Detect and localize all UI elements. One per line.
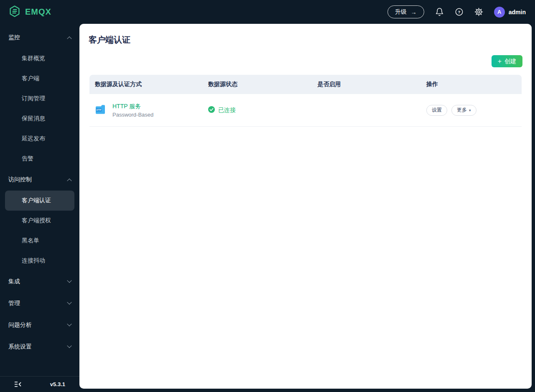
help-icon[interactable]: ?: [455, 8, 464, 16]
username-label: admin: [509, 9, 526, 15]
sidebar-section-monitoring[interactable]: 监控: [0, 27, 79, 48]
status-cell: 已连接: [203, 106, 312, 114]
nav-item-label: 客户端认证: [22, 197, 51, 204]
nav-item-label: 黑名单: [22, 237, 39, 244]
sidebar-section-integration[interactable]: 集成: [0, 271, 79, 293]
sidebar-item-subscriptions[interactable]: 订阅管理: [0, 89, 79, 109]
main-panel: 客户端认证 + 创建 数据源及认证方式 数据源状态 是否启用 操作 HTTP: [79, 24, 532, 389]
chevron-up-icon: [67, 178, 71, 183]
settings-gear-icon[interactable]: [474, 8, 483, 16]
nav-item-label: 客户端授权: [22, 217, 51, 224]
section-label: 集成: [8, 278, 20, 285]
sidebar-section-management[interactable]: 管理: [0, 293, 79, 314]
more-button-label: 更多: [457, 107, 467, 114]
chevron-down-icon: [67, 300, 71, 305]
caret-down-icon: ▾: [469, 108, 471, 112]
toggle-knob: [310, 111, 317, 118]
column-header-actions: 操作: [421, 75, 522, 94]
column-header-datasource: 数据源及认证方式: [89, 75, 203, 94]
nav-item-label: 保留消息: [22, 115, 45, 122]
section-label: 问题分析: [8, 321, 32, 329]
section-label: 监控: [8, 34, 20, 41]
nav-item-label: 客户端: [22, 75, 39, 82]
sidebar-item-clients[interactable]: 客户端: [0, 69, 79, 89]
plus-icon: +: [498, 58, 502, 65]
section-label: 管理: [8, 300, 20, 307]
sidebar-item-retained-messages[interactable]: 保留消息: [0, 109, 79, 129]
settings-button[interactable]: 设置: [426, 105, 447, 116]
sidebar-item-blacklist[interactable]: 黑名单: [0, 231, 79, 251]
sidebar-section-system-settings[interactable]: 系统设置: [0, 336, 79, 358]
sidebar-section-diagnose[interactable]: 问题分析: [0, 314, 79, 336]
svg-text:?: ?: [458, 10, 460, 14]
sidebar-item-cluster-overview[interactable]: 集群概览: [0, 48, 79, 69]
page-title: 客户端认证: [89, 34, 522, 46]
brand-name: EMQX: [25, 7, 51, 17]
column-header-enabled: 是否启用: [312, 75, 421, 94]
table-header-row: 数据源及认证方式 数据源状态 是否启用 操作: [89, 75, 522, 94]
authentication-table: 数据源及认证方式 数据源状态 是否启用 操作 HTTP HTTP 服务 Pass…: [89, 75, 522, 127]
datasource-cell: HTTP HTTP 服务 Password-Based: [89, 103, 203, 118]
nav-item-label: 延迟发布: [22, 135, 45, 143]
more-button[interactable]: 更多 ▾: [451, 105, 476, 116]
http-datasource-icon: HTTP: [95, 104, 107, 117]
svg-text:HTTP: HTTP: [96, 109, 101, 111]
column-header-status: 数据源状态: [203, 75, 312, 94]
user-menu[interactable]: A admin: [494, 7, 526, 18]
nav-item-label: 告警: [22, 155, 33, 163]
avatar: A: [494, 7, 505, 18]
notifications-bell-icon[interactable]: [435, 8, 444, 16]
nav-item-label: 订阅管理: [22, 95, 45, 102]
sidebar: EMQX 监控 集群概览 客户端 订阅管理 保留消息 延迟发布 告警 访问控制 …: [0, 0, 79, 392]
fold-sidebar-icon[interactable]: [14, 381, 21, 387]
toolbar: + 创建: [89, 55, 522, 67]
datasource-mechanism: Password-Based: [112, 112, 153, 118]
brand-logo[interactable]: EMQX: [0, 0, 79, 24]
version-label: v5.3.1: [50, 381, 65, 387]
chevron-down-icon: [67, 278, 71, 283]
status-label: 已连接: [218, 107, 236, 114]
chevron-down-icon: [67, 322, 71, 326]
emqx-logo-icon: [8, 5, 21, 19]
sidebar-item-client-authentication[interactable]: 客户端认证: [5, 191, 74, 211]
create-button[interactable]: + 创建: [492, 55, 522, 67]
upgrade-label: 升级: [395, 8, 407, 16]
upgrade-button[interactable]: 升级 →: [387, 5, 424, 18]
sidebar-item-flapping-detect[interactable]: 连接抖动: [0, 251, 79, 271]
table-row: HTTP HTTP 服务 Password-Based 已连接: [89, 94, 522, 127]
actions-cell: 设置 更多 ▾: [421, 105, 522, 116]
arrow-right-icon: →: [411, 9, 417, 15]
nav-item-label: 集群概览: [22, 55, 45, 62]
create-button-label: 创建: [504, 58, 516, 65]
connected-check-icon: [208, 106, 215, 114]
sidebar-item-delayed-publish[interactable]: 延迟发布: [0, 129, 79, 149]
datasource-name-link[interactable]: HTTP 服务: [112, 103, 153, 110]
sidebar-item-alarms[interactable]: 告警: [0, 149, 79, 169]
nav-item-label: 连接抖动: [22, 257, 45, 265]
section-label: 访问控制: [8, 176, 32, 183]
sidebar-item-client-authorization[interactable]: 客户端授权: [0, 211, 79, 231]
datasource-text: HTTP 服务 Password-Based: [112, 103, 153, 118]
section-label: 系统设置: [8, 343, 32, 351]
chevron-down-icon: [67, 344, 71, 348]
settings-button-label: 设置: [432, 107, 442, 114]
chevron-up-icon: [67, 36, 71, 41]
sidebar-footer: v5.3.1: [0, 376, 79, 392]
topbar: 升级 → ? A admin: [79, 0, 535, 24]
sidebar-section-access-control[interactable]: 访问控制: [0, 169, 79, 191]
sidebar-nav: 监控 集群概览 客户端 订阅管理 保留消息 延迟发布 告警 访问控制 客户端认证…: [0, 24, 79, 376]
